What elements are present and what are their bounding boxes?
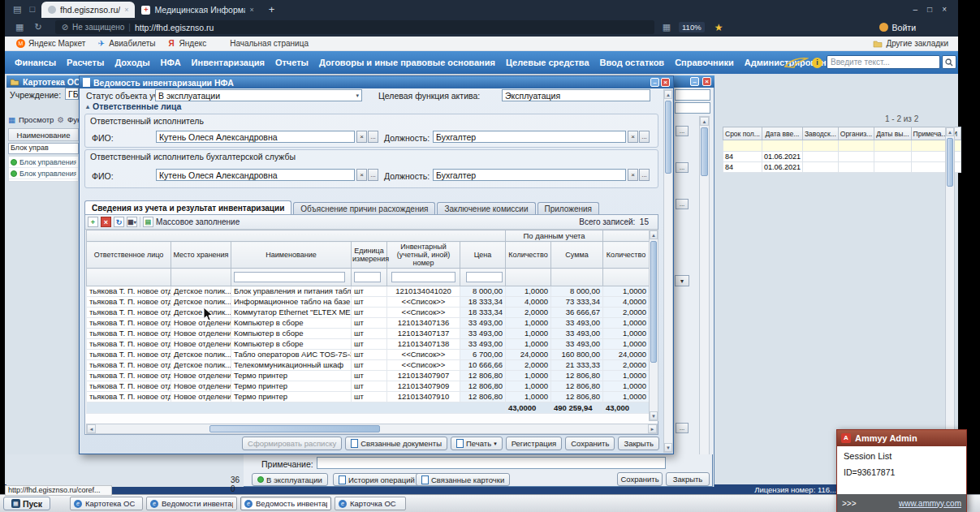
os-filter-row[interactable] [723, 140, 961, 152]
taskbar-button[interactable]: eВедомость инвентаризац... [240, 497, 331, 510]
card-close-button[interactable]: Закрыть [666, 472, 710, 486]
target-function-field[interactable]: Эксплуатация [502, 89, 650, 101]
browser-tab[interactable]: + Медицинская Информацион × [135, 2, 260, 18]
column-filter-input[interactable] [391, 272, 455, 282]
bookmark-star-icon[interactable]: ★ [714, 22, 723, 33]
make-receipt-button[interactable]: Сформировать расписку [242, 437, 342, 450]
card-save-button[interactable]: Сохранить [617, 472, 663, 486]
scroll-down-icon[interactable]: ▼ [650, 411, 658, 420]
scroll-thumb[interactable] [701, 127, 708, 176]
name-column-header[interactable]: Наименование [8, 128, 79, 141]
add-row-icon[interactable]: + [88, 217, 98, 227]
lookup-button[interactable]: ... [676, 423, 689, 433]
registration-button[interactable]: Регистрация [506, 437, 563, 450]
search-input[interactable] [827, 55, 940, 69]
column-header-row[interactable]: Ответственное лицоМесто храненияНаименов… [87, 242, 650, 269]
modal-vertical-scrollbar[interactable]: ▲ ▼ [663, 89, 673, 453]
browser-tab-active[interactable]: fhd.egisznso.ru/ × [41, 2, 135, 18]
scroll-thumb[interactable] [650, 241, 657, 363]
column-header[interactable]: Наименование [231, 242, 352, 269]
table-vertical-scrollbar[interactable]: ▲ ▼ [649, 230, 658, 421]
scroll-up-icon[interactable]: ▲ [946, 127, 954, 136]
card-field[interactable] [675, 102, 710, 114]
os-column-header[interactable]: Срок пол... [723, 127, 762, 140]
apps-icon[interactable]: ▦ [15, 22, 24, 32]
nav-item[interactable]: Финансы [15, 58, 56, 67]
column-filter-input[interactable] [354, 272, 381, 282]
table-horizontal-scrollbar[interactable]: ◄ ► [86, 424, 658, 434]
os-column-header[interactable]: Заводск... [802, 127, 838, 140]
persons-section-header[interactable]: ▴ Ответственные лица [86, 101, 181, 111]
column-header[interactable]: Место хранения [171, 242, 231, 269]
column-header[interactable]: Инвентарный (учетный, иной) номер [387, 242, 460, 269]
other-bookmarks-button[interactable]: Другие закладки [873, 39, 948, 48]
print-button[interactable]: Печать▾ [451, 437, 503, 450]
scroll-left-icon[interactable]: ◄ [87, 424, 96, 433]
linked-cards-button[interactable]: Связанные карточки [416, 473, 510, 486]
scroll-thumb[interactable] [209, 425, 380, 432]
reload-icon[interactable]: ↻ [34, 22, 41, 32]
os-column-header[interactable]: Даты вы... [874, 127, 911, 140]
inventory-row[interactable]: тьякова Т. П. новое отделе...Новое отдел… [87, 381, 650, 392]
nav-item[interactable]: Ввод остатков [600, 58, 665, 67]
filter-row[interactable] [87, 269, 650, 286]
history-button[interactable]: История операций [333, 473, 421, 486]
sidebar-icon[interactable]: □ [29, 4, 35, 14]
delete-row-icon[interactable]: × [101, 217, 111, 227]
functions-button[interactable]: Функции [67, 115, 79, 124]
card-titlebar[interactable]: – × [672, 75, 714, 88]
os-filter-cell[interactable] [838, 140, 874, 152]
inventory-row[interactable]: тьякова Т. П. новое отделе...Детское пол… [87, 286, 650, 297]
column-header[interactable]: Единица измерения [352, 242, 387, 269]
clear-icon[interactable]: × [628, 169, 638, 181]
os-filter-cell[interactable] [802, 140, 838, 152]
card-minimize-icon[interactable]: – [690, 77, 699, 86]
inventory-row[interactable]: тьякова Т. П. новое отделе...Новое отдел… [87, 371, 650, 381]
os-filter-cell[interactable] [874, 140, 911, 152]
sheet-tab[interactable]: Объяснение причин расхождения [293, 202, 435, 214]
lookup-button[interactable]: ... [676, 162, 689, 173]
inventory-row[interactable]: тьякова Т. П. новое отделе...Новое отдел… [87, 329, 650, 339]
scroll-thumb[interactable] [665, 101, 671, 174]
main-vertical-scrollbar[interactable]: ▲ ▼ [945, 127, 955, 475]
column-header[interactable]: Количество [603, 242, 649, 269]
nav-item[interactable]: НФА [161, 58, 181, 67]
taskbar-button[interactable]: eВедомости инвентаризаци... [146, 497, 237, 510]
inventory-row[interactable]: тьякова Т. П. новое отделе...Новое отдел… [87, 318, 650, 329]
search-button[interactable] [942, 55, 956, 69]
bookmark-item[interactable]: ✈Авиабилеты [97, 39, 155, 48]
inventory-row[interactable]: тьякова Т. П. новое отделе...Детское пол… [87, 350, 650, 360]
note-field[interactable] [317, 457, 666, 469]
nav-item[interactable]: Доходы [114, 58, 149, 67]
os-column-header[interactable]: Дата вве... [762, 127, 802, 140]
scroll-up-icon[interactable]: ▲ [650, 230, 658, 239]
tab-panel-icon[interactable]: ▤ [13, 4, 21, 15]
lookup-button[interactable]: ... [368, 169, 378, 181]
scroll-down-icon[interactable]: ▼ [664, 443, 672, 452]
inventory-row[interactable]: тьякова Т. П. новое отделе...Детское пол… [87, 360, 650, 371]
column-header[interactable]: Ответственное лицо [87, 242, 171, 269]
lookup-button[interactable]: ... [368, 131, 378, 143]
scroll-up-icon[interactable]: ▲ [664, 90, 672, 99]
linked-documents-button[interactable]: Связанные документы [345, 437, 447, 450]
clear-icon[interactable]: × [628, 131, 638, 143]
window-maximize-icon[interactable]: □ [927, 5, 932, 14]
modal-titlebar[interactable]: Ведомость инвентаризации НФА – × [80, 76, 673, 88]
nav-item[interactable]: Справочники [675, 58, 734, 67]
position-field[interactable]: Бухгалтер [433, 131, 626, 143]
tab-close-icon[interactable]: × [124, 6, 128, 14]
column-header[interactable]: Цена [460, 242, 506, 269]
lookup-button[interactable]: ... [676, 199, 689, 209]
scroll-right-icon[interactable]: ► [648, 424, 657, 433]
bookmark-item[interactable]: Начальная страница [218, 39, 309, 48]
inventory-row[interactable]: тьякова Т. П. новое отделе...Новое отдел… [87, 339, 650, 350]
card-field[interactable] [675, 89, 710, 101]
dropdown-button[interactable]: ▾ [675, 275, 689, 286]
sheet-tab[interactable]: Заключение комиссии [437, 202, 535, 214]
fio-field[interactable]: Кутень Олеся Александровна [156, 131, 355, 143]
column-header[interactable]: Сумма [551, 242, 603, 269]
ammyy-titlebar[interactable]: A Ammyy Admin [837, 430, 966, 446]
bookmarks-panel-icon[interactable]: ▦ [663, 22, 671, 32]
modal-minimize-icon[interactable]: – [650, 78, 659, 87]
view-button[interactable]: Просмотр [19, 115, 54, 124]
